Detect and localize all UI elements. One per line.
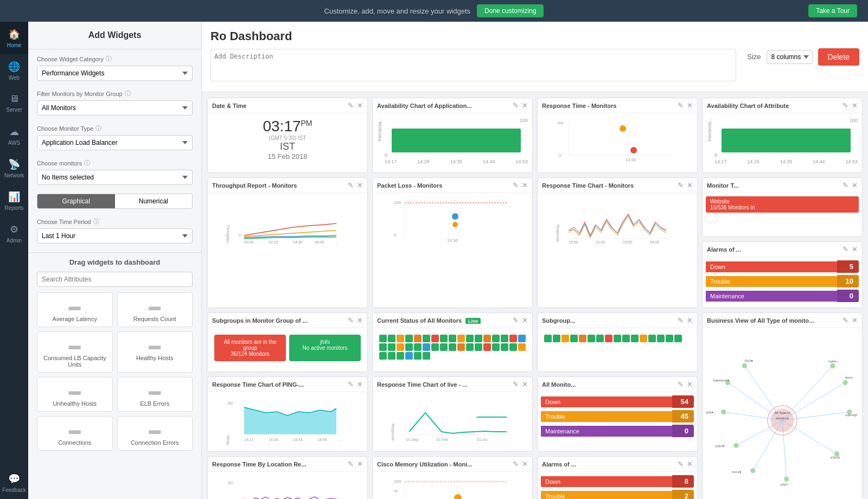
close-icon[interactable]: ✕ [522,101,528,110]
dashboard-title-input[interactable] [210,27,736,46]
subgroup-green-label: jhihi [295,339,355,345]
draggable-widget-healthy-hosts[interactable]: ▬ Healthy Hosts [117,331,193,373]
close-icon[interactable]: ✕ [687,460,693,468]
done-customizing-button[interactable]: Done customizing [477,4,544,17]
alarms-widget-1: Alarms of ... ✎ ✕ Down 5 Trouble [702,241,863,308]
nav-item-network[interactable]: 📡 Network [0,152,28,184]
close-icon[interactable]: ✕ [522,316,528,324]
take-tour-button[interactable]: Take a Tour [808,4,857,17]
edit-icon[interactable]: ✎ [513,101,519,110]
nav-label-feedback: Feedback [2,487,26,493]
subgroup-widget: Subgroups in Monitor Group of ... ✎ ✕ Al… [207,312,368,372]
edit-icon[interactable]: ✎ [678,380,684,388]
alarm-maint-label: Maintenance [706,291,837,302]
response-chart-header: Response Time Chart - Monitors ✎ ✕ [538,178,697,193]
subgroup2-title: Subgroup... [542,317,575,324]
close-icon[interactable]: ✕ [852,101,858,110]
svg-text:egfee: egfee [828,359,837,363]
edit-icon[interactable]: ✎ [843,245,848,253]
edit-icon[interactable]: ✎ [513,181,519,189]
close-icon[interactable]: ✕ [357,460,363,468]
close-icon[interactable]: ✕ [687,101,693,110]
edit-icon[interactable]: ✎ [843,181,848,189]
edit-icon[interactable]: ✎ [678,101,684,110]
draggable-widget-requests[interactable]: ▬ Requests Count [117,292,193,327]
nav-item-home[interactable]: 🏠 Home [0,22,28,54]
nav-item-server[interactable]: 🖥 Server [0,87,28,119]
close-icon[interactable]: ✕ [357,380,363,388]
nav-item-aws[interactable]: ☁ AWS [0,119,28,152]
monitor-type-label: Choose Monitor Type ⓘ [37,124,193,132]
graphical-btn[interactable]: Graphical [37,194,115,208]
close-icon[interactable]: ✕ [522,460,528,468]
close-icon[interactable]: ✕ [687,181,693,189]
nav-item-reports[interactable]: 📊 Reports [0,184,28,217]
dashboard-description-input[interactable] [210,49,736,81]
close-icon[interactable]: ✕ [852,245,858,253]
close-icon[interactable]: ✕ [357,101,363,110]
close-icon[interactable]: ✕ [852,181,858,189]
draggable-widget-avg-latency[interactable]: ▬ Average Latency [37,292,113,327]
response-time-widget-header: Response Time - Monitors ✎ ✕ [538,98,697,113]
filter-select[interactable]: All Monitors [37,100,193,116]
monitors-select[interactable]: No Items selected [37,170,193,185]
draggable-widget-elb-errors[interactable]: ▬ ELB Errors [117,377,193,412]
close-icon[interactable]: ✕ [687,316,693,324]
location-chart-title: Response Time By Location Re... [212,461,306,468]
edit-icon[interactable]: ✎ [348,460,354,468]
edit-icon[interactable]: ✎ [348,380,354,388]
live-badge: Live [465,318,481,324]
size-select[interactable]: 8 columns [767,50,813,64]
alarm-trouble-label: Trouble [706,276,837,287]
edit-icon[interactable]: ✎ [348,181,354,189]
close-icon[interactable]: ✕ [357,181,363,189]
svg-text:egleefgf: egleefgf [845,413,857,417]
delete-button[interactable]: Delete [818,48,859,66]
draggable-widget-lb-capacity[interactable]: ▬ Consumed LB Capacity Units [37,331,113,373]
close-icon[interactable]: ✕ [852,316,858,324]
category-select[interactable]: Performance Widgets [37,66,193,81]
svg-text:●test: ●test [845,375,853,379]
nav-item-web[interactable]: 🌐 Web [0,54,28,87]
edit-icon[interactable]: ✎ [678,181,684,189]
admin-icon: ⚙ [10,223,18,235]
draggable-widget-connections[interactable]: ▬ Connections [37,416,113,451]
edit-icon[interactable]: ✎ [843,316,848,324]
alarm-row-trouble: Trouble 10 [706,275,859,287]
response-time-multi-chart: Response 15:00 21:00 03:00 09:00 [542,197,693,246]
alarms-1-title: Alarms of ... [707,246,741,253]
all-alarm-maint: Maintenance 0 [541,425,694,437]
edit-icon[interactable]: ✎ [348,101,354,110]
biz-view-actions: ✎ ✕ [843,316,858,324]
current-date: 15 Feb 2018 [212,152,363,161]
close-icon[interactable]: ✕ [687,380,693,388]
cisco-memory-header: Cisco Memory Utilization - Moni... ✎ ✕ [373,457,532,472]
edit-icon[interactable]: ✎ [513,460,519,468]
edit-icon[interactable]: ✎ [678,460,684,468]
edit-icon[interactable]: ✎ [843,101,848,110]
close-icon[interactable]: ✕ [357,316,363,324]
response-time-body: ms 13:30 0 [538,113,697,172]
edit-icon[interactable]: ✎ [513,316,519,324]
nav-item-admin[interactable]: ⚙ Admin [0,217,28,250]
location-chart-actions: ✎ ✕ [348,460,363,468]
draggable-widget-unhealthy-hosts[interactable]: ▬ Unhealthy Hosts [37,377,113,412]
search-attributes-input[interactable] [37,272,193,287]
time-period-select[interactable]: Last 1 Hour [37,228,193,244]
nav-item-feedback[interactable]: 💬 Feedback [0,466,28,499]
edit-icon[interactable]: ✎ [678,316,684,324]
alarms-2-actions: ✎ ✕ [678,460,693,468]
monitor-type-select[interactable]: Application Load Balancer [37,135,193,150]
close-icon[interactable]: ✕ [522,181,528,189]
nav-label-web: Web [9,75,20,81]
svg-text:03:00: 03:00 [623,240,633,244]
edit-icon[interactable]: ✎ [513,380,519,388]
numerical-btn[interactable]: Numerical [115,194,193,208]
monitors-label: Choose monitors ⓘ [37,159,193,167]
draggable-widget-conn-errors[interactable]: ▬ Connection Errors [117,416,193,451]
edit-icon[interactable]: ✎ [348,316,354,324]
avail-attr-body: Percenta... 100 0 14:1714:2614:3514:4414… [703,113,862,170]
close-icon[interactable]: ✕ [522,380,528,388]
svg-text:13:30: 13:30 [626,157,637,162]
svg-marker-63 [244,407,336,434]
